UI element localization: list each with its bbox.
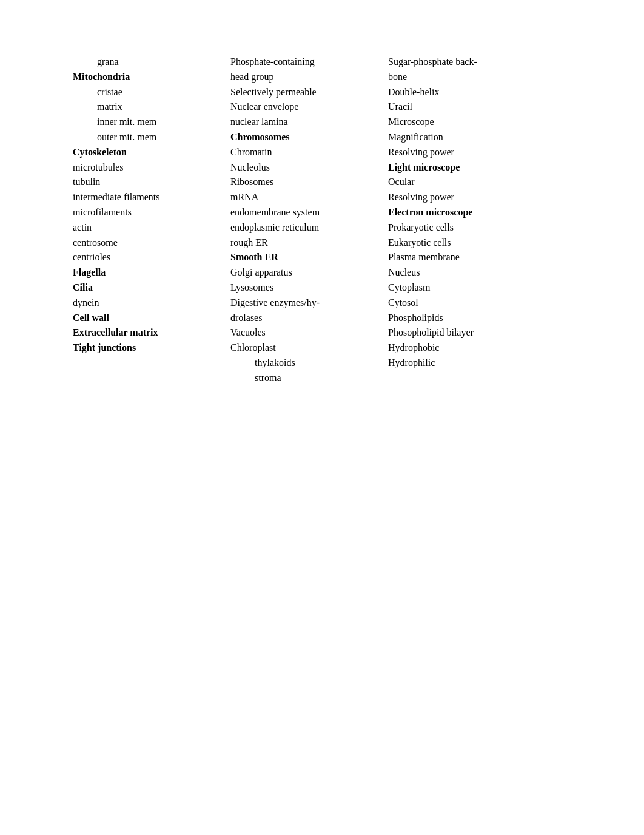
list-item: Chromosomes (230, 130, 388, 145)
list-item: Ribosomes (230, 175, 388, 190)
list-item: Resolving power (388, 145, 546, 160)
list-item: Nucleolus (230, 160, 388, 175)
content-area: granaMitochondriacristaematrixinner mit.… (0, 0, 644, 441)
list-item: endoplasmic reticulum (230, 220, 388, 235)
list-item: centrosome (73, 235, 230, 251)
list-item: Chromatin (230, 145, 388, 160)
list-item: Digestive enzymes/hy- (230, 296, 388, 311)
list-item: Phosopholipid bilayer (388, 325, 546, 340)
list-item: Vacuoles (230, 325, 388, 340)
column-2: Phosphate-containinghead groupSelectivel… (230, 55, 388, 386)
list-item: Electron microscope (388, 205, 546, 220)
list-item: Lysosomes (230, 280, 388, 296)
list-item: Nuclear envelope (230, 100, 388, 115)
list-item: Golgi apparatus (230, 265, 388, 280)
list-item: Plasma membrane (388, 250, 546, 265)
list-item: Cilia (73, 280, 230, 296)
column-3: Sugar-phosphate back-boneDouble-helixUra… (388, 55, 546, 386)
list-item: Eukaryotic cells (388, 235, 546, 251)
list-item: outer mit. mem (73, 130, 230, 145)
list-item: Sugar-phosphate back- (388, 55, 546, 70)
list-item: Uracil (388, 100, 546, 115)
list-item: dynein (73, 296, 230, 311)
list-item: Tight junctions (73, 340, 230, 356)
list-item: Selectively permeable (230, 85, 388, 100)
list-item: Chloroplast (230, 340, 388, 356)
list-item: Mitochondria (73, 70, 230, 85)
list-item: Light microscope (388, 160, 546, 175)
list-item: Cytoplasm (388, 280, 546, 296)
list-item: head group (230, 70, 388, 85)
list-item: microtubules (73, 160, 230, 175)
list-item: Double-helix (388, 85, 546, 100)
list-item: mRNA (230, 190, 388, 205)
list-item: thylakoids (230, 356, 388, 371)
list-item: nuclear lamina (230, 115, 388, 130)
list-item: rough ER (230, 235, 388, 251)
list-item: Hydrophilic (388, 356, 546, 371)
list-item: Resolving power (388, 190, 546, 205)
list-item: actin (73, 220, 230, 235)
list-item: cristae (73, 85, 230, 100)
list-item: Cell wall (73, 311, 230, 326)
list-item: Flagella (73, 265, 230, 280)
list-item: Prokaryotic cells (388, 220, 546, 235)
list-item: matrix (73, 100, 230, 115)
list-item: Smooth ER (230, 250, 388, 265)
list-item: bone (388, 70, 546, 85)
list-item: Microscope (388, 115, 546, 130)
list-item: inner mit. mem (73, 115, 230, 130)
list-item: Phosphate-containing (230, 55, 388, 70)
list-item: Cytoskeleton (73, 145, 230, 160)
list-item: endomembrane system (230, 205, 388, 220)
list-item: stroma (230, 371, 388, 386)
list-item: Magnification (388, 130, 546, 145)
list-item: intermediate filaments (73, 190, 230, 205)
list-item: drolases (230, 311, 388, 326)
column-1: granaMitochondriacristaematrixinner mit.… (73, 55, 230, 386)
list-item: tubulin (73, 175, 230, 190)
list-item: microfilaments (73, 205, 230, 220)
list-item: Ocular (388, 175, 546, 190)
list-item: Nucleus (388, 265, 546, 280)
list-item: Phospholipids (388, 311, 546, 326)
list-item: grana (73, 55, 230, 70)
list-item: Hydrophobic (388, 340, 546, 356)
list-item: centrioles (73, 250, 230, 265)
list-item: Cytosol (388, 296, 546, 311)
list-item: Extracellular matrix (73, 325, 230, 340)
